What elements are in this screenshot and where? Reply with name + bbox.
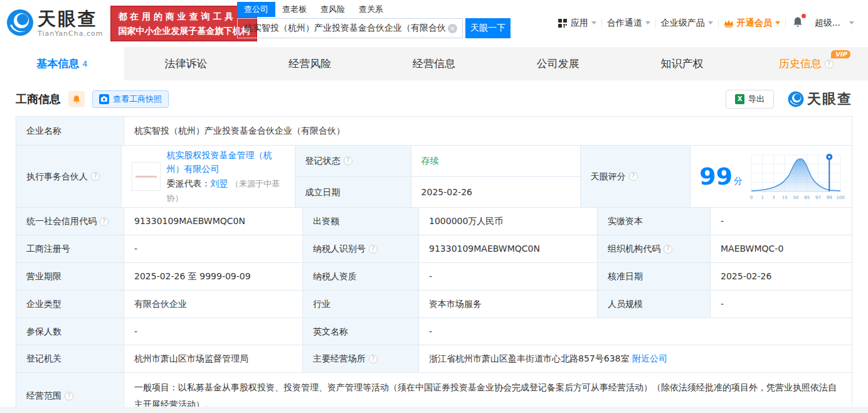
menu-account[interactable]: 超级... [810, 18, 859, 29]
field-label: 英文名称 [303, 318, 419, 345]
search-tab-boss[interactable]: 查老板 [275, 2, 314, 17]
question-icon[interactable]: ? [825, 60, 834, 68]
field-label: 参保人数 [16, 318, 124, 345]
svg-text:3: 3 [772, 195, 775, 200]
score-cell: 99 分 [691, 146, 852, 207]
field-label: 企业类型 [16, 291, 124, 318]
taxpayer-id-value: 91330109MAEBWMQC0N [419, 235, 598, 262]
svg-text:15: 15 [782, 195, 788, 200]
score-unit: 分 [734, 174, 743, 188]
field-label: 实缴资本 [598, 208, 711, 235]
question-icon[interactable]: ? [91, 172, 100, 181]
menu-cooperation[interactable]: 合作通道 [602, 18, 655, 29]
apps-grid-icon [558, 19, 567, 28]
menu-enterprise[interactable]: 企业级产品 [656, 18, 718, 29]
field-label: 主要经营场所? [303, 345, 419, 372]
search-tab-risk[interactable]: 查风险 [314, 2, 352, 17]
notification-bell[interactable] [786, 16, 810, 30]
question-icon[interactable]: ? [65, 392, 73, 400]
section-title: 工商信息 [16, 92, 61, 107]
question-icon[interactable]: ? [369, 355, 378, 363]
search-tab-relation[interactable]: 查关系 [352, 2, 390, 17]
delegate-label: 委派代表： [167, 178, 211, 188]
tianyancha-logo[interactable]: 天眼查 TianYanCha.com [6, 9, 103, 39]
field-label: 营业期限 [16, 263, 124, 290]
tab-legal-label: 法律诉讼 [165, 56, 208, 71]
question-icon[interactable]: ? [344, 156, 352, 165]
menu-account-label: 超级... [815, 18, 840, 29]
menu-apps[interactable]: 应用 [553, 18, 601, 29]
field-label: 登记状态? [295, 146, 411, 176]
partner-cell: 杭实股权投资基金管理（杭州）有限公司 委派代表：刘翌 （来源于中基协） [122, 146, 295, 207]
svg-text:50: 50 [793, 195, 799, 200]
field-label: 行业 [303, 291, 419, 318]
camera-icon [99, 94, 109, 104]
field-label: 工商注册号 [16, 235, 124, 262]
insured-count-value: - [124, 318, 303, 345]
question-icon[interactable]: ? [664, 245, 672, 254]
svg-text:97: 97 [815, 195, 821, 200]
field-label: 纳税人识别号? [303, 235, 419, 262]
delegate-link[interactable]: 刘翌 [211, 178, 228, 188]
svg-text:0: 0 [750, 195, 753, 200]
brand-domain: TianYanCha.com [38, 30, 103, 38]
monitor-bell-button[interactable] [68, 91, 85, 107]
export-button[interactable]: X 导出 [726, 90, 774, 109]
approval-date-value: 2025-02-26 [711, 263, 852, 290]
tab-business-info[interactable]: 经营信息 [372, 47, 496, 80]
search-button[interactable]: 天眼一下 [465, 18, 511, 38]
question-icon[interactable]: ? [100, 217, 109, 226]
tab-intellectual-property-label: 知识产权 [660, 56, 703, 71]
partner-company-link[interactable]: 杭实股权投资基金管理（杭州）有限公司 [167, 150, 272, 174]
field-label: 人员规模 [598, 291, 711, 318]
search-tab-company[interactable]: 查公司 [237, 2, 275, 17]
establish-date-value: 2025-02-26 [411, 177, 580, 208]
search-input[interactable] [243, 23, 448, 34]
field-label: 成立日期 [295, 177, 411, 208]
company-name-value: 杭实智投（杭州）产业投资基金合伙企业（有限合伙） [124, 117, 852, 145]
tab-business-info-label: 经营信息 [413, 56, 455, 71]
taxpayer-quality-value: - [419, 263, 598, 290]
tab-operation-risk[interactable]: 经营风险 [248, 47, 372, 80]
watermark-logo: 天眼查 [788, 90, 852, 109]
slogan-line2: 国家中小企业发展子基金旗下机构 [118, 24, 250, 38]
search-box: ✕ [237, 18, 463, 38]
tab-intellectual-property[interactable]: 知识产权 [620, 47, 744, 80]
table-row: 营业期限 2025-02-26 至 9999-09-09 纳税人资质 - 核准日… [16, 263, 852, 291]
export-button-label: 导出 [748, 94, 765, 105]
partner-logo[interactable] [132, 162, 161, 191]
tab-basic-info[interactable]: 基本信息 4 [0, 47, 124, 80]
bell-icon [792, 16, 803, 28]
snapshot-button[interactable]: 查看工商快照 [92, 90, 169, 108]
table-row: 统一社会信用代码? 91330109MAEBWMQC0N 出资额 1000000… [16, 208, 852, 235]
industry-value: 资本市场服务 [419, 291, 598, 318]
search-tabs: 查公司 查老板 查风险 查关系 [237, 2, 511, 17]
question-icon[interactable]: ? [369, 245, 378, 254]
nearby-companies-link[interactable]: 附近公司 [632, 352, 667, 365]
tab-company-development[interactable]: 公司发展 [496, 47, 620, 80]
svg-text:1: 1 [761, 195, 764, 200]
table-row: 企业类型 有限合伙企业 行业 资本市场服务 人员规模 - [16, 291, 852, 318]
chevron-down-icon [775, 21, 780, 24]
tab-legal[interactable]: 法律诉讼 [124, 47, 248, 80]
tab-history-info-label: 历史信息 [779, 56, 822, 71]
credit-code-value: 91330109MAEBWMQC0N [124, 208, 303, 235]
table-row: 登记机关 杭州市萧山区市场监督管理局 主要经营场所? 浙江省杭州市萧山区盈丰街道… [16, 345, 852, 373]
detail-tabbar: 基本信息 4 法律诉讼 经营风险 经营信息 公司发展 知识产权 VIP 历史信息… [0, 47, 868, 80]
menu-vip[interactable]: 开通会员 [719, 18, 785, 29]
question-icon[interactable]: ? [629, 172, 638, 181]
tab-history-info[interactable]: VIP 历史信息 ? [744, 47, 868, 80]
field-label: 天眼评分? [581, 146, 691, 207]
org-code-value: MAEBWMQC-0 [711, 235, 852, 262]
section-header: 工商信息 查看工商快照 X 导出 天眼查 [0, 80, 868, 116]
field-label: 统一社会信用代码? [16, 208, 124, 235]
english-name-value: - [419, 318, 852, 345]
tianyancha-logo-icon [6, 9, 34, 39]
crown-icon [724, 19, 734, 28]
search-clear-icon[interactable]: ✕ [448, 24, 457, 33]
chevron-down-icon [708, 21, 713, 24]
company-type-value: 有限合伙企业 [124, 291, 303, 318]
tianyancha-logo-icon [788, 91, 804, 107]
field-label: 核准日期 [598, 263, 711, 290]
svg-text:100: 100 [836, 195, 844, 200]
